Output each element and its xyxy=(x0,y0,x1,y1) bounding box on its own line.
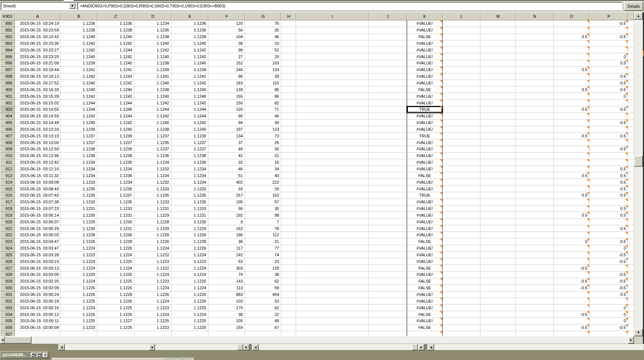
row-header[interactable]: 935 xyxy=(0,318,15,324)
cell[interactable] xyxy=(296,278,369,285)
cell[interactable]: 1.1225 xyxy=(60,298,97,304)
cell[interactable] xyxy=(281,206,296,212)
cell[interactable]: 0.5 xyxy=(554,172,590,179)
cell[interactable]: 1.1239 xyxy=(97,146,134,153)
column-header-H[interactable]: H xyxy=(281,12,296,20)
cell[interactable]: 1.1226 xyxy=(97,311,134,318)
cell[interactable] xyxy=(443,192,480,199)
cell[interactable] xyxy=(443,53,480,60)
cell[interactable]: 2015-06-15 03:02:09 xyxy=(15,285,60,291)
cell[interactable] xyxy=(296,34,369,40)
cell[interactable] xyxy=(554,206,590,212)
cell[interactable]: 1.1225 xyxy=(60,271,97,278)
cell[interactable]: 56 xyxy=(208,206,245,212)
cell[interactable] xyxy=(369,159,407,166)
scroll-left-icon[interactable]: ◀ xyxy=(149,344,155,350)
row-header[interactable]: 926 xyxy=(0,258,15,265)
cell[interactable] xyxy=(296,239,369,245)
cell[interactable] xyxy=(554,258,590,265)
cell[interactable] xyxy=(516,199,554,206)
cell[interactable]: 2015-06-15 03:13:33 xyxy=(15,126,60,133)
cell[interactable] xyxy=(628,186,634,192)
cell[interactable]: 110 xyxy=(245,80,281,87)
cell[interactable]: 1.1236 xyxy=(60,20,97,27)
cell[interactable]: #VALUE! xyxy=(407,153,443,159)
cell[interactable] xyxy=(516,252,554,259)
cell[interactable] xyxy=(443,47,480,53)
cell[interactable]: 1.1239 xyxy=(97,133,134,139)
row-header[interactable]: 918 xyxy=(0,206,15,212)
cell[interactable] xyxy=(369,100,407,106)
cell[interactable] xyxy=(281,20,296,27)
cell[interactable] xyxy=(369,93,407,100)
cell[interactable] xyxy=(628,212,634,219)
cell[interactable] xyxy=(516,291,554,298)
cell[interactable] xyxy=(516,232,554,239)
cell[interactable] xyxy=(554,232,590,239)
cell[interactable]: 0.5 xyxy=(590,73,628,80)
cell[interactable]: #VALUE! xyxy=(407,146,443,153)
cell[interactable]: 196 xyxy=(208,232,245,239)
cell[interactable] xyxy=(281,192,296,199)
cell[interactable]: #VALUE! xyxy=(407,206,443,212)
cell[interactable]: 62 xyxy=(245,304,281,311)
cell[interactable]: 1.1230 xyxy=(60,212,97,219)
cell[interactable] xyxy=(443,67,480,73)
cell[interactable] xyxy=(516,120,554,126)
cell[interactable]: 1.1234 xyxy=(60,166,97,173)
cell[interactable]: 35 xyxy=(245,27,281,34)
cell[interactable]: 46 xyxy=(245,34,281,40)
cell[interactable] xyxy=(480,265,516,271)
cell[interactable] xyxy=(369,146,407,153)
cell[interactable] xyxy=(443,27,480,34)
cell[interactable]: 1.1233 xyxy=(171,206,208,212)
cell[interactable]: 1.1223 xyxy=(134,278,171,285)
cell[interactable]: 1.1242 xyxy=(60,73,97,80)
cell[interactable] xyxy=(628,304,634,311)
cell[interactable]: 2015-06-15 03:03:13 xyxy=(15,265,60,271)
cell[interactable]: 183 xyxy=(208,80,245,87)
cell[interactable]: 2015-06-15 03:23:42 xyxy=(15,34,60,40)
cell[interactable]: 2015-06-15 03:19:44 xyxy=(15,67,60,73)
cell[interactable] xyxy=(480,113,516,120)
cell[interactable]: 20 xyxy=(245,53,281,60)
cell[interactable]: 1.1231 xyxy=(134,206,171,212)
cell[interactable] xyxy=(443,106,480,113)
cell[interactable]: 0 xyxy=(590,318,628,324)
scroll-left-icon[interactable]: ◀ xyxy=(428,344,434,350)
cell[interactable]: 1.1223 xyxy=(171,258,208,265)
cell[interactable] xyxy=(480,225,516,232)
cell[interactable] xyxy=(443,113,480,120)
cell[interactable] xyxy=(443,159,480,166)
maximize-icon[interactable] xyxy=(37,353,42,358)
cell[interactable] xyxy=(628,100,634,106)
cell[interactable]: 1.1242 xyxy=(134,47,171,53)
cell[interactable] xyxy=(443,258,480,265)
cell[interactable]: FALSE xyxy=(407,265,443,271)
cell[interactable]: 1.1239 xyxy=(171,133,208,139)
cell[interactable] xyxy=(480,100,516,106)
cell[interactable] xyxy=(628,331,634,336)
cell[interactable] xyxy=(443,80,480,87)
column-header-M[interactable]: M xyxy=(480,12,516,20)
cell[interactable] xyxy=(554,20,590,27)
cell[interactable] xyxy=(369,172,407,179)
cell[interactable]: -0.5 xyxy=(554,285,590,291)
cell[interactable]: 1.1236 xyxy=(97,159,134,166)
cell[interactable]: 1.1242 xyxy=(60,47,97,53)
cell[interactable] xyxy=(628,67,634,73)
cell[interactable]: 2015-06-15 03:23:36 xyxy=(15,40,60,47)
cell[interactable] xyxy=(554,153,590,159)
cell[interactable] xyxy=(480,53,516,60)
cell[interactable] xyxy=(628,40,634,47)
cell[interactable]: 1.1234 xyxy=(134,20,171,27)
row-header[interactable]: 903 xyxy=(0,106,15,113)
cell[interactable] xyxy=(516,80,554,87)
cell[interactable]: 1.1234 xyxy=(134,159,171,166)
cell[interactable]: 1.1233 xyxy=(134,199,171,206)
row-header[interactable]: 896 xyxy=(0,60,15,67)
cell[interactable]: 85 xyxy=(245,86,281,93)
cell[interactable]: 1.1237 xyxy=(171,139,208,146)
cell[interactable]: 1.1224 xyxy=(134,311,171,318)
cell[interactable] xyxy=(369,113,407,120)
